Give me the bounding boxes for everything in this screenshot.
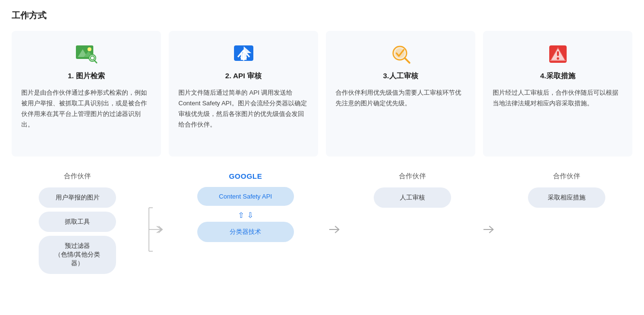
card2-icon <box>178 43 308 66</box>
flow-arrow-3-4 <box>479 224 501 235</box>
flow-pill-crawler: 抓取工具 <box>39 212 116 232</box>
flow-pill-prefilter: 预过滤器（色情/其他分类器） <box>39 236 116 274</box>
flow-label-partner-left: 合作伙伴 <box>64 172 91 181</box>
flow-label-google: GOOGLE <box>229 172 262 180</box>
card2-desc: 图片文件随后通过简单的 API 调用发送给 Content Safety API… <box>178 87 308 130</box>
svg-line-7 <box>94 60 97 63</box>
card4-title: 4.采取措施 <box>493 72 623 81</box>
card3-title: 3.人工审核 <box>336 72 466 81</box>
flow-label-partner-mid: 合作伙伴 <box>399 172 426 181</box>
flow-col-partner-mid: 合作伙伴 人工审核 <box>347 172 478 212</box>
flow-diagram: 合作伙伴 用户举报的图片 抓取工具 预过滤器（色情/其他分类器） GOOGLE … <box>12 172 632 278</box>
card1-title: 1. 图片检索 <box>21 72 151 81</box>
card-api-review: 2. API 审核 图片文件随后通过简单的 API 调用发送给 Content … <box>169 31 318 157</box>
svg-line-14 <box>405 58 410 63</box>
flow-pill-classifier: 分类器技术 <box>197 222 294 242</box>
flow-pill-content-safety-api: Content Safety API <box>197 187 294 206</box>
card1-desc: 图片是由合作伙伴通过多种形式检索的，例如被用户举报、被抓取工具识别出，或是被合作… <box>21 87 151 130</box>
flow-label-partner-right: 合作伙伴 <box>553 172 580 181</box>
card-action: 4.采取措施 图片经过人工审核后，合作伙伴随后可以根据当地法律法规对相应内容采取… <box>483 31 632 157</box>
card2-title: 2. API 审核 <box>178 72 308 81</box>
svg-point-20 <box>556 57 559 60</box>
card-human-review: 3.人工审核 合作伙伴利用优先级值为需要人工审核环节优先注意的图片确定优先级。 <box>326 31 475 157</box>
card3-desc: 合作伙伴利用优先级值为需要人工审核环节优先注意的图片确定优先级。 <box>336 87 466 109</box>
flow-col-partner-right: 合作伙伴 采取相应措施 <box>501 172 632 212</box>
cards-row: 1. 图片检索 图片是由合作伙伴通过多种形式检索的，例如被用户举报、被抓取工具识… <box>12 31 632 157</box>
card1-icon <box>21 43 151 66</box>
page-title: 工作方式 <box>12 10 632 21</box>
updown-arrows: ⇧ ⇩ <box>238 211 253 220</box>
svg-rect-19 <box>557 51 559 56</box>
flow-col-partner-left: 合作伙伴 用户举报的图片 抓取工具 预过滤器（色情/其他分类器） <box>12 172 143 278</box>
flow-arrow-2-3 <box>324 224 347 235</box>
card4-icon <box>493 43 623 66</box>
flow-pill-human-review: 人工审核 <box>374 187 451 208</box>
card3-icon <box>336 43 466 66</box>
flow-col-google: GOOGLE Content Safety API ⇧ ⇩ 分类器技术 <box>166 172 324 245</box>
svg-point-4 <box>88 47 91 51</box>
card-image-search: 1. 图片检索 图片是由合作伙伴通过多种形式检索的，例如被用户举报、被抓取工具识… <box>12 31 161 157</box>
card4-desc: 图片经过人工审核后，合作伙伴随后可以根据当地法律法规对相应内容采取措施。 <box>493 87 623 109</box>
flow-pill-reported: 用户举报的图片 <box>39 187 116 208</box>
flow-pill-action: 采取相应措施 <box>528 187 605 208</box>
